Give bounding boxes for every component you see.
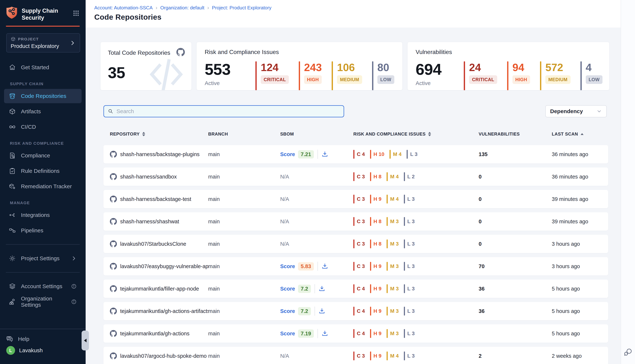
risk-chip-critical: C 4 xyxy=(353,307,365,316)
table-row[interactable]: shash-harness/shashwat main N/A C 3H 8M … xyxy=(104,212,608,231)
help-button[interactable]: Help xyxy=(6,334,79,344)
dependency-filter-dropdown[interactable]: Dependency xyxy=(545,105,607,117)
severity-count: 106 xyxy=(337,62,355,73)
app-switcher-grid-icon[interactable] xyxy=(72,9,80,17)
repo-name[interactable]: lavakush07/easybuggy-vulnerable-app... xyxy=(120,263,208,270)
table-row[interactable]: tejakummarikuntla/gh-actions-artifacts m… xyxy=(104,302,608,320)
severity-badge: LOW xyxy=(586,75,603,84)
severity-badge: LOW xyxy=(377,75,394,84)
chat-support-icon[interactable] xyxy=(623,348,633,357)
breadcrumb-link[interactable]: Project: Product Exploratory xyxy=(212,5,272,11)
layers-icon xyxy=(9,283,16,290)
sidebar-nav: Get StartedSUPPLY CHAINCode Repositories… xyxy=(0,60,86,309)
search-input[interactable] xyxy=(117,108,340,114)
filter-value: Dependency xyxy=(550,108,583,114)
sort-icon[interactable] xyxy=(142,132,145,136)
risk-chip-high: H 9 xyxy=(370,307,382,316)
sort-asc-icon[interactable] xyxy=(581,133,583,135)
repo-name[interactable]: shash-harness/shashwat xyxy=(120,218,179,224)
github-icon xyxy=(110,263,117,270)
risk-chip-high: H 8 xyxy=(370,217,382,226)
sidebar-item-organization-settings[interactable]: Organization Settings xyxy=(4,294,82,309)
download-sbom-icon[interactable] xyxy=(322,330,328,337)
sort-icon[interactable] xyxy=(428,132,431,136)
sidebar-item-account-settings[interactable]: Account Settings xyxy=(4,279,82,294)
card-title: Total Code Repositories xyxy=(108,50,184,56)
download-sbom-icon[interactable] xyxy=(319,286,325,292)
column-header-risk-and-compliance-issues[interactable]: RISK AND COMPLIANCE ISSUES xyxy=(353,132,479,137)
table-row[interactable]: lavakush07/easybuggy-vulnerable-app... m… xyxy=(104,257,608,276)
repo-name[interactable]: lavakush07/StarbucksClone xyxy=(120,241,186,247)
table-row[interactable]: shash-harness/sandbox main N/A C 3H 8M 4… xyxy=(104,168,608,186)
repo-name[interactable]: tejakummarikuntla/filler-app-node xyxy=(120,286,199,292)
column-header-vulnerabilities: VULNERABILITIES xyxy=(479,132,552,137)
sbom-score-label[interactable]: Score xyxy=(280,330,295,337)
severity-low: 4LOW xyxy=(580,61,603,90)
column-label: RISK AND COMPLIANCE ISSUES xyxy=(353,132,425,137)
repo-name[interactable]: shash-harness/backstage-plugins xyxy=(120,151,200,158)
sidebar-item-compliance[interactable]: Compliance xyxy=(4,148,82,163)
sidebar-item-integrations[interactable]: Integrations xyxy=(4,208,82,222)
vulnerabilities-count: 2 xyxy=(479,353,552,359)
sbom-score-badge: 7.21 xyxy=(298,150,314,158)
sidebar-section-label: RISK AND COMPLIANCE xyxy=(10,141,82,146)
risk-chip-high: H 10 xyxy=(370,150,384,159)
project-selector[interactable]: PROJECT Product Exploratory xyxy=(6,33,80,52)
download-sbom-icon[interactable] xyxy=(319,308,325,314)
table-row[interactable]: tejakummarikuntla/gh-actions main Score7… xyxy=(104,324,608,343)
sbom-score-badge: 7.2 xyxy=(298,285,311,293)
repo-icon xyxy=(9,92,16,100)
column-header-last-scan[interactable]: LAST SCAN xyxy=(552,132,608,137)
sbom-cell: N/A xyxy=(280,196,353,202)
sbom-score-label[interactable]: Score xyxy=(280,263,295,270)
last-scan: 36 minutes ago xyxy=(552,174,608,180)
sbom-score-label[interactable]: Score xyxy=(280,151,295,158)
sidebar-item-artifacts[interactable]: Artifacts xyxy=(4,104,82,119)
column-header-repository[interactable]: REPOSITORY xyxy=(110,132,208,137)
sbom-cell: N/A xyxy=(280,353,353,359)
sidebar-item-label: Organization Settings xyxy=(21,296,66,308)
sidebar-item-project-settings[interactable]: Project Settings xyxy=(4,251,82,266)
breadcrumb-link[interactable]: Organization: default xyxy=(160,5,204,11)
resource-center-rail xyxy=(621,0,635,364)
sidebar-collapse-handle[interactable] xyxy=(82,330,89,350)
sidebar-item-rule-definitions[interactable]: Rule Definitions xyxy=(4,164,82,178)
last-scan: 3 hours ago xyxy=(552,263,608,270)
table-row[interactable]: lavakush07/StarbucksClone main N/A C 3H … xyxy=(104,235,608,253)
sidebar-item-code-repositories[interactable]: Code Repositories xyxy=(4,89,82,103)
risk-chip-critical: C 4 xyxy=(353,284,365,293)
user-menu[interactable]: L Lavakush xyxy=(6,346,79,355)
sidebar-item-get-started[interactable]: Get Started xyxy=(4,60,82,74)
download-sbom-icon[interactable] xyxy=(322,263,328,270)
sidebar-item-label: Rule Definitions xyxy=(21,168,60,174)
repo-name[interactable]: tejakummarikuntla/gh-actions-artifacts xyxy=(120,308,208,314)
risk-chip-critical: C 3 xyxy=(353,262,365,271)
severity-count: 80 xyxy=(377,62,389,73)
last-scan: 39 minutes ago xyxy=(552,196,608,202)
table-row[interactable]: shash-harness/backstage-test main N/A C … xyxy=(104,190,608,208)
repo-name[interactable]: lavakush07/argocd-hub-spoke-demo xyxy=(120,353,207,359)
sbom-score-label[interactable]: Score xyxy=(280,286,295,292)
breadcrumb-link[interactable]: Account: Automation-SSCA xyxy=(94,5,153,11)
sidebar-item-ci-cd[interactable]: CI/CD xyxy=(4,120,82,134)
sidebar-item-remediation-tracker[interactable]: Remediation Tracker xyxy=(4,179,82,194)
download-sbom-icon[interactable] xyxy=(322,151,328,158)
table-row[interactable]: lavakush07/argocd-hub-spoke-demo main N/… xyxy=(104,347,608,364)
sidebar-section-label: MANAGE xyxy=(10,200,82,205)
sbom-score-label[interactable]: Score xyxy=(280,308,295,314)
card-title: Risk and Compliance Issues xyxy=(205,49,394,56)
brand-accent-rule xyxy=(6,26,80,27)
sbom-na: N/A xyxy=(280,196,289,202)
repo-name[interactable]: tejakummarikuntla/gh-actions xyxy=(120,330,189,337)
column-label: LAST SCAN xyxy=(552,132,578,137)
table-row[interactable]: shash-harness/backstage-plugins main Sco… xyxy=(104,145,608,164)
severity-badge: CRITICAL xyxy=(469,75,497,84)
sidebar-item-label: Code Repositories xyxy=(21,93,66,99)
column-header-branch: BRANCH xyxy=(208,132,280,137)
content: Total Code Repositories 35 Risk and Comp… xyxy=(86,28,621,364)
repo-name[interactable]: shash-harness/backstage-test xyxy=(120,196,191,202)
summary-cards: Total Code Repositories 35 Risk and Comp… xyxy=(100,42,609,90)
table-row[interactable]: tejakummarikuntla/filler-app-node main S… xyxy=(104,280,608,298)
sidebar-item-pipelines[interactable]: Pipelines xyxy=(4,223,82,238)
repo-name[interactable]: shash-harness/sandbox xyxy=(120,174,177,180)
